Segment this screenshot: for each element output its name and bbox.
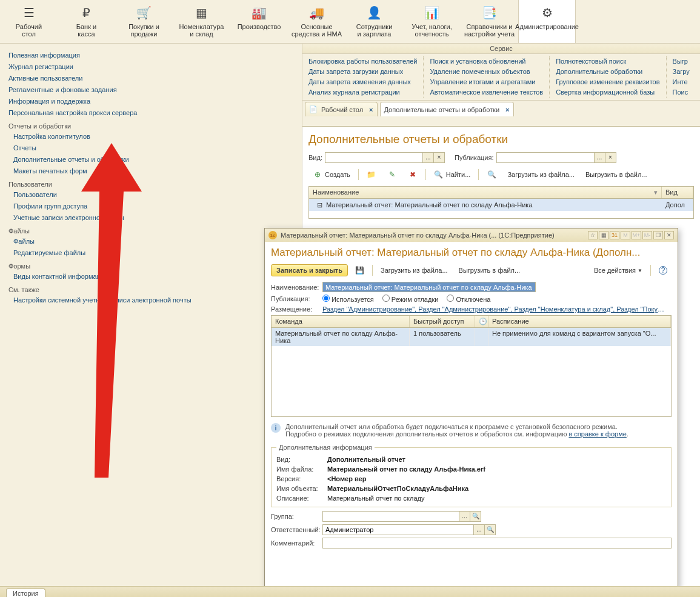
titlebar-mminus-button[interactable]: M- (642, 231, 652, 239)
service-link[interactable]: Управление итогами и агрегатами (430, 77, 543, 87)
titlebar-m-button[interactable]: M (621, 231, 630, 239)
group-lookup-button[interactable]: 🔍 (470, 512, 481, 521)
nav-sublink[interactable]: Макеты печатных форм (8, 165, 297, 177)
titlebar-mplus-button[interactable]: M+ (632, 231, 641, 239)
pub-opt-2[interactable]: Режим отладки (382, 295, 439, 303)
cmd-header[interactable]: Команда (272, 316, 410, 327)
responsible-input[interactable] (323, 525, 473, 535)
pub-filter[interactable]: ... × (496, 152, 616, 163)
find-button[interactable]: 🔍 Найти... (430, 168, 475, 181)
delete-button[interactable]: ✖ (404, 168, 422, 181)
service-link[interactable]: Свертка информационной базы (556, 87, 659, 98)
pub-input[interactable] (497, 153, 594, 162)
nav-sublink[interactable]: Профили групп доступа (8, 201, 297, 212)
nav-link[interactable]: Информация и поддержка (8, 96, 297, 107)
section-tab-7[interactable]: 📊Учет, налоги, отчетность (403, 0, 461, 43)
nav-sublink[interactable]: Дополнительные отчеты и обработки (8, 154, 297, 165)
responsible-lookup-button[interactable]: 🔍 (484, 525, 495, 535)
schedule-header[interactable]: Расписание (488, 316, 671, 327)
nav-sublink[interactable]: Файлы (8, 236, 297, 247)
group-input[interactable] (323, 512, 459, 521)
grid-row[interactable]: ⊟ Материальный отчет: Материальный отчет… (309, 199, 693, 211)
service-link[interactable]: Полнотекстовый поиск (556, 56, 659, 67)
responsible-field[interactable]: ... 🔍 (322, 524, 496, 535)
section-tab-4[interactable]: 🏭Производство (230, 0, 288, 43)
nav-sublink[interactable]: Учетные записи электронной почты (8, 212, 297, 224)
help-button[interactable]: ? (655, 264, 672, 277)
section-tab-3[interactable]: ▦Номенклатура и склад (173, 0, 230, 43)
clear-find-button[interactable]: 🔍 (482, 168, 501, 181)
pub-radio-debug[interactable] (382, 295, 390, 302)
nav-sublink[interactable]: Отчеты (8, 142, 297, 154)
commands-grid-row[interactable]: Материальный отчет по складу Альфа-Ника … (272, 328, 671, 346)
export-to-file-button[interactable]: Выгрузить в файл... (581, 168, 652, 181)
load-from-file-button[interactable]: Загрузить из файла... (503, 168, 579, 181)
service-link[interactable]: Даты запрета загрузки данных (308, 67, 417, 77)
service-link[interactable]: Инте (673, 77, 690, 87)
window-tab-1[interactable]: Дополнительные отчеты и обработки× (380, 102, 514, 116)
tab-close-icon[interactable]: × (369, 106, 373, 113)
section-tab-0[interactable]: ☰Рабочий стол (0, 0, 58, 43)
edit-button[interactable]: ✎ (383, 168, 401, 181)
pub-select-button[interactable]: ... (594, 153, 605, 162)
comment-input[interactable] (323, 538, 671, 548)
history-tab[interactable]: История (6, 589, 45, 597)
pub-opt-1[interactable]: Используется (322, 295, 374, 303)
group-select-button[interactable]: ... (459, 512, 470, 521)
save-button[interactable]: 💾 (350, 264, 368, 277)
placement-link[interactable]: Раздел "Администрирование", Раздел "Адми… (322, 305, 665, 313)
vid-filter[interactable]: ... × (325, 152, 445, 163)
section-tab-5[interactable]: 🚚Основные средства и НМА (288, 0, 345, 43)
window-tab-0[interactable]: 📄Рабочий стол× (305, 102, 378, 116)
info-help-link[interactable]: в справке к форме (568, 430, 626, 438)
service-link[interactable]: Дополнительные обработки (556, 67, 659, 77)
all-actions-button[interactable]: Все действия ▼ (590, 264, 647, 277)
comment-field[interactable] (322, 538, 672, 549)
nav-link[interactable]: Полезная информация (8, 50, 297, 61)
responsible-select-button[interactable]: ... (473, 525, 484, 535)
nav-link[interactable]: Персональная настройка прокси сервера (8, 107, 297, 119)
nav-sublink[interactable]: Настройки системной учетной записи элект… (8, 295, 297, 306)
modal-load-button[interactable]: Загрузить из файла... (376, 264, 452, 277)
row-expand-icon[interactable]: ⊟ (309, 200, 326, 210)
service-link[interactable]: Групповое изменение реквизитов (556, 77, 659, 87)
nav-sublink[interactable]: Настройка колонтитулов (8, 131, 297, 142)
vid-clear-button[interactable]: × (433, 153, 444, 162)
create-button[interactable]: ⊕ Создать (308, 168, 355, 181)
section-tab-6[interactable]: 👤Сотрудники и зарплата (345, 0, 403, 43)
service-link[interactable]: Загру (673, 67, 690, 77)
save-and-close-button[interactable]: Записать и закрыть (271, 264, 348, 276)
service-link[interactable]: Удаление помеченных объектов (430, 67, 543, 77)
nav-sublink[interactable]: Редактируемые файлы (8, 247, 297, 259)
service-link[interactable]: Поиск и установка обновлений (430, 56, 543, 67)
titlebar-calc-icon[interactable]: ▦ (599, 231, 608, 239)
col-name-header[interactable]: Наименование ▾ (309, 187, 662, 198)
section-tab-1[interactable]: ₽Банк и касса (58, 0, 115, 43)
modal-export-button[interactable]: Выгрузить в файл... (455, 264, 525, 277)
access-header[interactable]: Быстрый доступ (410, 316, 475, 327)
vid-select-button[interactable]: ... (422, 153, 433, 162)
commands-grid[interactable]: Команда Быстрый доступ 🕒 Расписание Мате… (271, 315, 672, 417)
nav-link[interactable]: Журнал регистрации (8, 61, 297, 73)
nav-link[interactable]: Регламентные и фоновые задания (8, 84, 297, 96)
nav-sublink[interactable]: Пользователи (8, 189, 297, 201)
nav-sublink[interactable]: Виды контактной информации (8, 271, 297, 282)
titlebar-star-icon[interactable]: ☆ (588, 231, 598, 239)
pub-radio-off[interactable] (447, 295, 454, 302)
group-field[interactable]: ... 🔍 (322, 511, 481, 522)
section-tab-9[interactable]: ⚙Администрирование (518, 0, 576, 43)
modal-titlebar[interactable]: 1c Материальный отчет: Материальный отче… (265, 228, 678, 242)
service-link[interactable]: Анализ журнала регистрации (308, 87, 417, 98)
name-input[interactable] (322, 282, 536, 292)
pub-opt-3[interactable]: Отключена (447, 295, 490, 303)
pub-clear-button[interactable]: × (605, 153, 616, 162)
service-link[interactable]: Поис (673, 87, 690, 98)
titlebar-restore-icon[interactable]: ❐ (653, 231, 663, 239)
pub-radio-used[interactable] (322, 295, 330, 302)
clock-header[interactable]: 🕒 (475, 316, 488, 327)
section-tab-2[interactable]: 🛒Покупки и продажи (115, 0, 173, 43)
vid-input[interactable] (325, 153, 422, 162)
service-link[interactable]: Блокировка работы пользователей (308, 56, 417, 67)
nav-link[interactable]: Активные пользователи (8, 73, 297, 84)
tab-close-icon[interactable]: × (505, 106, 509, 113)
